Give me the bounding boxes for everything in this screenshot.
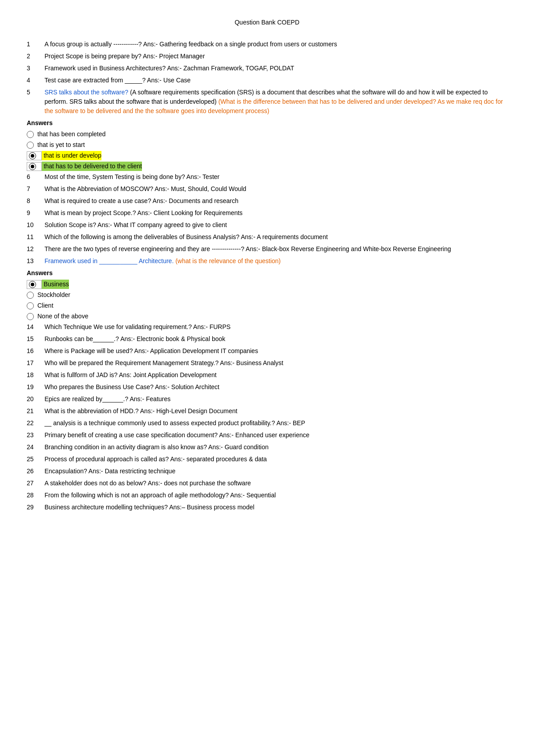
- question-item-18: 18 What is fullform of JAD is? Ans: Join…: [27, 370, 507, 380]
- q-num-21: 21: [27, 406, 44, 416]
- q-num-4: 4: [27, 76, 44, 85]
- q-text-2: Project Scope is being prepare by? Ans:-…: [44, 52, 507, 61]
- q-num-12: 12: [27, 244, 44, 254]
- q-num-14: 14: [27, 322, 44, 332]
- question-item-21: 21 What is the abbreviation of HDD.? Ans…: [27, 406, 507, 416]
- answer-item-q5-1[interactable]: that has been completed: [27, 130, 507, 139]
- question-list-2: 6 Most of the time, System Testing is be…: [27, 172, 507, 254]
- question-list-1: 1 A focus group is actually ------------…: [27, 40, 507, 85]
- radio-icon-q13-1: [29, 281, 36, 288]
- question-item-13: 13 Framework used in ___________ Archite…: [27, 256, 507, 266]
- q-text-16: Where is Package will be used? Ans:- App…: [44, 346, 507, 356]
- question-item-23: 23 Primary benefit of creating a use cas…: [27, 431, 507, 440]
- radio-icon-q5-3: [29, 152, 36, 159]
- q-text-14: Which Technique We use for validating re…: [44, 322, 507, 332]
- question-item-7: 7 What is the Abbreviation of MOSCOW? An…: [27, 184, 507, 194]
- page-title: Question Bank COEPD: [27, 18, 507, 27]
- q-num-26: 26: [27, 467, 44, 476]
- q-num-6: 6: [27, 172, 44, 182]
- answer-text-q5-1: that has been completed: [37, 130, 105, 139]
- q-text-17: Who will be prepared the Requirement Man…: [44, 358, 507, 368]
- question-item-24: 24 Branching condition in an activity di…: [27, 443, 507, 452]
- radio-icon-q5-2: [27, 142, 34, 149]
- question-item-9: 9 What is mean by project Scope.? Ans:- …: [27, 208, 507, 218]
- q-num-9: 9: [27, 208, 44, 218]
- q-num-3: 3: [27, 64, 44, 73]
- q-text-8: What is required to create a use case? A…: [44, 196, 507, 206]
- q-num-20: 20: [27, 394, 44, 404]
- q-num-19: 19: [27, 382, 44, 392]
- radio-icon-q5-1: [27, 131, 34, 138]
- radio-icon-q13-2: [27, 292, 34, 299]
- q-num-23: 23: [27, 431, 44, 440]
- answer-item-q5-2[interactable]: that is yet to start: [27, 140, 507, 150]
- answer-item-q13-2[interactable]: Stockholder: [27, 290, 507, 300]
- radio-icon-q13-4: [27, 313, 34, 320]
- answer-item-q5-3[interactable]: that is under develop: [27, 151, 507, 160]
- q-text-1: A focus group is actually ------------? …: [44, 40, 507, 49]
- q-text-25: Process of procedural approach is called…: [44, 455, 507, 464]
- q-num-29: 29: [27, 503, 44, 512]
- q-text-11: Which of the following is among the deli…: [44, 232, 507, 242]
- answer-text-q13-1: Business: [42, 280, 69, 289]
- q-text-21: What is the abbreviation of HDD.? Ans:- …: [44, 406, 507, 416]
- q13-content: Framework used in ___________ Architectu…: [44, 256, 507, 266]
- q-num-10: 10: [27, 220, 44, 230]
- q-text-15: Runbooks can be______.? Ans:- Electronic…: [44, 334, 507, 344]
- q-num-11: 11: [27, 232, 44, 242]
- answers-label-2: Answers: [27, 268, 507, 278]
- q-num-18: 18: [27, 370, 44, 380]
- q13-blue: Framework used in ___________ Architectu…: [44, 257, 174, 264]
- question-item-19: 19 Who prepares the Business Use Case? A…: [27, 382, 507, 392]
- q-text-18: What is fullform of JAD is? Ans: Joint A…: [44, 370, 507, 380]
- answer-text-q13-4: None of the above: [37, 312, 88, 321]
- q-text-20: Epics are realized by______.? Ans:- Feat…: [44, 394, 507, 404]
- q-num-7: 7: [27, 184, 44, 194]
- question-item-10: 10 Solution Scope is? Ans:- What IT comp…: [27, 220, 507, 230]
- question-item-20: 20 Epics are realized by______.? Ans:- F…: [27, 394, 507, 404]
- question-item-3: 3 Framework used in Business Architectur…: [27, 64, 507, 73]
- answer-box-q5-4: [27, 162, 42, 171]
- question-item-15: 15 Runbooks can be______.? Ans:- Electro…: [27, 334, 507, 344]
- question-item-26: 26 Encapsulation? Ans:- Data restricting…: [27, 467, 507, 476]
- q5-blue: SRS talks about the software?: [44, 89, 128, 96]
- radio-icon-q13-3: [27, 302, 34, 309]
- answer-item-q5-4[interactable]: that has to be delivered to the client: [27, 162, 507, 171]
- q-text-28: From the following which is not an appro…: [44, 491, 507, 500]
- question-item-1: 1 A focus group is actually ------------…: [27, 40, 507, 49]
- q-text-26: Encapsulation? Ans:- Data restricting te…: [44, 467, 507, 476]
- q-text-3: Framework used in Business Architectures…: [44, 64, 507, 73]
- q-text-12: There are the two types of reverse engin…: [44, 244, 507, 254]
- q-num-27: 27: [27, 479, 44, 488]
- q-num-15: 15: [27, 334, 44, 344]
- answer-box-q5-3: [27, 151, 42, 160]
- question-item-4: 4 Test case are extracted from _____? An…: [27, 76, 507, 85]
- q-text-9: What is mean by project Scope.? Ans:- Cl…: [44, 208, 507, 218]
- q13-num: 13: [27, 256, 44, 266]
- radio-icon-q5-4: [29, 163, 36, 170]
- question-item-27: 27 A stakeholder does not do as below? A…: [27, 479, 507, 488]
- answer-text-q13-3: Client: [37, 301, 53, 310]
- answer-item-q13-4[interactable]: None of the above: [27, 312, 507, 321]
- question-item-11: 11 Which of the following is among the d…: [27, 232, 507, 242]
- question-item-8: 8 What is required to create a use case?…: [27, 196, 507, 206]
- answer-item-q13-1[interactable]: Business: [27, 280, 507, 289]
- answers-label-1: Answers: [27, 118, 507, 128]
- q5-content: SRS talks about the software? (A softwar…: [44, 88, 507, 116]
- q-text-7: What is the Abbreviation of MOSCOW? Ans:…: [44, 184, 507, 194]
- q-num-2: 2: [27, 52, 44, 61]
- answer-box-q13-1: [27, 280, 42, 289]
- answer-item-q13-3[interactable]: Client: [27, 301, 507, 310]
- q-text-10: Solution Scope is? Ans:- What IT company…: [44, 220, 507, 230]
- q-text-27: A stakeholder does not do as below? Ans:…: [44, 479, 507, 488]
- q-num-17: 17: [27, 358, 44, 368]
- question-item-29: 29 Business architecture modelling techn…: [27, 503, 507, 512]
- q13-orange: (what is the relevance of the question): [174, 257, 280, 264]
- question-item-12: 12 There are the two types of reverse en…: [27, 244, 507, 254]
- question-item-17: 17 Who will be prepared the Requirement …: [27, 358, 507, 368]
- question-item-6: 6 Most of the time, System Testing is be…: [27, 172, 507, 182]
- question-item-22: 22 __ analysis is a technique commonly u…: [27, 419, 507, 428]
- q-num-25: 25: [27, 455, 44, 464]
- q-text-29: Business architecture modelling techniqu…: [44, 503, 507, 512]
- question-item-5: 5 SRS talks about the software? (A softw…: [27, 88, 507, 116]
